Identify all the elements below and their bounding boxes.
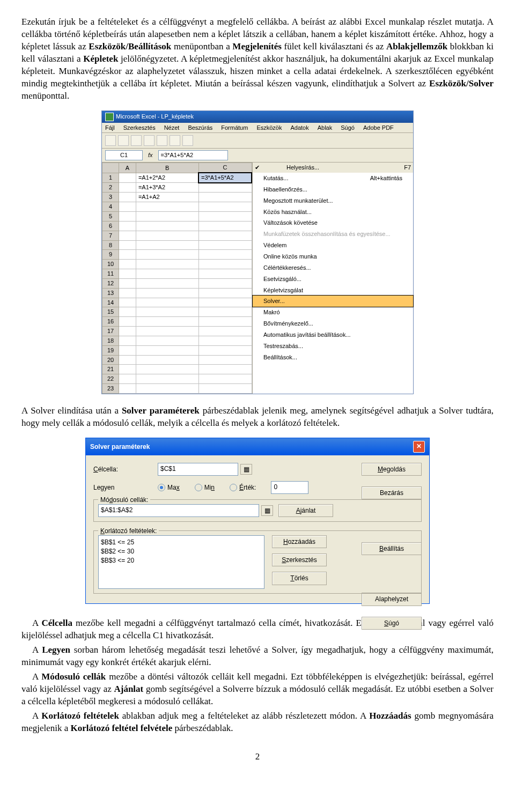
cell[interactable]: [119, 365, 136, 374]
row-header[interactable]: 17: [102, 327, 119, 336]
ref-selector-icon[interactable]: ▦: [240, 464, 252, 475]
fx-icon[interactable]: fx: [148, 151, 153, 159]
row-header[interactable]: 22: [102, 374, 119, 384]
menu-fajl[interactable]: Fájl: [105, 124, 115, 132]
radio-min[interactable]: Min: [195, 483, 215, 492]
alaphelyzet-button[interactable]: Alaphelyzet: [362, 593, 422, 606]
menu-nezet[interactable]: Nézet: [164, 124, 180, 132]
cell[interactable]: [119, 278, 136, 288]
row-header[interactable]: 12: [102, 278, 119, 288]
row-header[interactable]: 10: [102, 260, 119, 269]
constraints-listbox[interactable]: $B$1 <= 25 $B$2 <= 30 $B$3 <= 20: [98, 535, 264, 589]
row-header[interactable]: 11: [102, 269, 119, 279]
cell[interactable]: [198, 307, 252, 317]
menu-formatum[interactable]: Formátum: [221, 124, 248, 132]
cell[interactable]: =A1+2*A2: [136, 173, 198, 183]
cell[interactable]: [198, 269, 252, 279]
row-header[interactable]: 15: [102, 307, 119, 317]
row-header[interactable]: 6: [102, 221, 119, 231]
row-header[interactable]: 18: [102, 336, 119, 345]
toolbar-btn[interactable]: [105, 135, 116, 146]
dropdown-item[interactable]: Makró: [253, 307, 413, 318]
cell[interactable]: [198, 365, 252, 374]
cell[interactable]: [198, 355, 252, 365]
dropdown-item[interactable]: ✔ Helyesírás... F7: [253, 163, 413, 173]
toolbar-btn[interactable]: [182, 135, 193, 146]
dropdown-item[interactable]: Online közös munka: [253, 251, 413, 262]
close-icon[interactable]: ✕: [413, 441, 425, 453]
cell[interactable]: [119, 345, 136, 355]
cell[interactable]: [119, 307, 136, 317]
toolbar-btn[interactable]: [157, 135, 167, 146]
cell[interactable]: [119, 288, 136, 298]
cell[interactable]: [198, 193, 252, 202]
menu-adobe[interactable]: Adobe PDF: [363, 124, 394, 132]
cell[interactable]: [119, 260, 136, 269]
dropdown-item[interactable]: Képletvizsgálat: [253, 285, 413, 296]
col-header-c[interactable]: C: [198, 163, 252, 173]
cell[interactable]: [119, 374, 136, 384]
cell[interactable]: [119, 240, 136, 250]
dropdown-item[interactable]: Változások követése: [253, 217, 413, 228]
menu-beszuras[interactable]: Beszúrás: [188, 124, 212, 132]
dropdown-item[interactable]: Bővítménykezelő...: [253, 318, 413, 329]
row-header[interactable]: 19: [102, 345, 119, 355]
cell[interactable]: [198, 336, 252, 345]
dropdown-item[interactable]: Solver...: [252, 295, 414, 307]
col-header-a[interactable]: A: [119, 163, 136, 173]
cell[interactable]: [198, 250, 252, 260]
radio-max[interactable]: Max: [158, 483, 180, 492]
cell[interactable]: [198, 183, 252, 193]
cell[interactable]: [136, 384, 198, 394]
cell[interactable]: [119, 298, 136, 307]
formula-input[interactable]: =3*A1+5*A2: [158, 150, 228, 160]
cell[interactable]: [136, 288, 198, 298]
cell[interactable]: [136, 250, 198, 260]
celcella-input[interactable]: $C$1: [158, 463, 238, 476]
constraint-item[interactable]: $B$2 <= 30: [101, 547, 262, 556]
cell[interactable]: [136, 240, 198, 250]
cell[interactable]: [119, 231, 136, 240]
cell[interactable]: [136, 221, 198, 231]
row-header[interactable]: 8: [102, 240, 119, 250]
cell[interactable]: [198, 260, 252, 269]
menu-sugo[interactable]: Súgó: [341, 124, 355, 132]
cell[interactable]: [136, 278, 198, 288]
constraint-item[interactable]: $B$3 <= 20: [101, 556, 262, 565]
cell-selected[interactable]: =3*A1+5*A2: [198, 173, 252, 183]
toolbar-btn[interactable]: [118, 135, 129, 146]
row-header[interactable]: 13: [102, 288, 119, 298]
cell[interactable]: [136, 269, 198, 279]
dropdown-item[interactable]: Kutatás...Alt+kattintás: [253, 173, 413, 184]
sugo-button[interactable]: Súgó: [362, 617, 422, 630]
row-header[interactable]: 4: [102, 202, 119, 212]
cell[interactable]: [198, 211, 252, 221]
cell-name-box[interactable]: C1: [105, 150, 143, 160]
cell[interactable]: [119, 221, 136, 231]
cell[interactable]: [198, 202, 252, 212]
cell[interactable]: [136, 374, 198, 384]
cell[interactable]: [119, 193, 136, 202]
dropdown-item[interactable]: Testreszabás...: [253, 341, 413, 352]
cell[interactable]: [198, 288, 252, 298]
cell[interactable]: [136, 317, 198, 327]
cell[interactable]: [198, 317, 252, 327]
hozzaadas-button[interactable]: Hozzáadás: [272, 535, 327, 548]
dropdown-item[interactable]: Hibaellenőrzés...: [253, 184, 413, 195]
cell[interactable]: [119, 250, 136, 260]
cell[interactable]: [119, 211, 136, 221]
cell[interactable]: [119, 269, 136, 279]
cell[interactable]: [136, 211, 198, 221]
cell[interactable]: [136, 307, 198, 317]
excel-grid[interactable]: A B C 1=A1+2*A2=3*A1+5*A2 2=A1+3*A2 3=A1…: [102, 163, 252, 394]
cell[interactable]: [136, 298, 198, 307]
bezaras-button[interactable]: Bezárás: [362, 486, 422, 499]
cell[interactable]: [136, 327, 198, 336]
row-header[interactable]: 1: [102, 173, 119, 183]
cell[interactable]: [119, 336, 136, 345]
row-header[interactable]: 23: [102, 384, 119, 394]
cell[interactable]: [198, 345, 252, 355]
row-header[interactable]: 5: [102, 211, 119, 221]
cell[interactable]: [119, 317, 136, 327]
cell[interactable]: [198, 221, 252, 231]
